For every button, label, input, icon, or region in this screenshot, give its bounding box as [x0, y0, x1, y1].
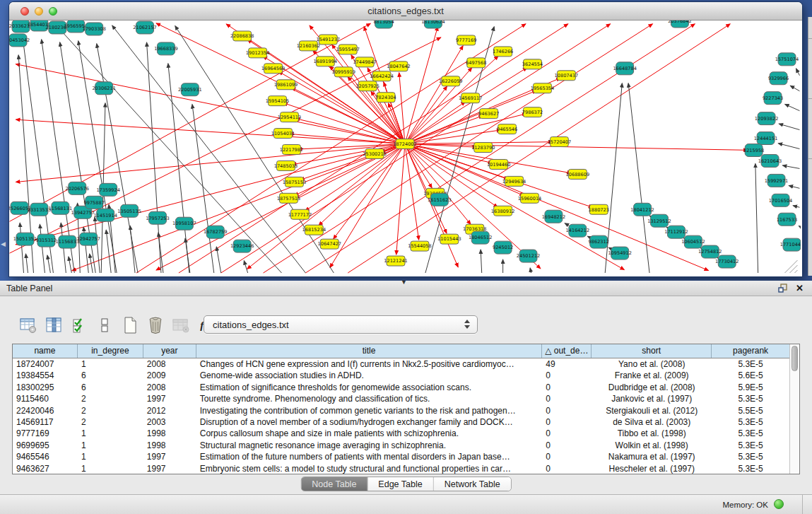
graph-node[interactable]: 12754812	[698, 245, 722, 258]
graph-node[interactable]: 12217987	[280, 145, 303, 155]
close-panel-icon[interactable]: ✕	[796, 283, 804, 293]
graph-node[interactable]: 15992971	[765, 174, 788, 187]
table-scrollbar[interactable]	[789, 344, 799, 474]
graph-node[interactable]: 16642424	[370, 71, 393, 81]
graph-node[interactable]: 20576842	[668, 21, 691, 28]
graph-node[interactable]: 11054031	[271, 129, 295, 139]
graph-node[interactable]: 16782759	[204, 226, 227, 238]
graph-node[interactable]: 19668339	[154, 42, 177, 55]
graph-node[interactable]: 8813054	[373, 21, 394, 28]
graph-node[interactable]: 12942757	[76, 233, 100, 245]
graph-node[interactable]: 3624554	[522, 59, 543, 69]
graph-node[interactable]: 15544058	[408, 241, 431, 251]
graph-node[interactable]: 17710443	[780, 238, 801, 251]
graph-node[interactable]: 17359924	[96, 183, 119, 196]
table-row[interactable]: 1456911722003Disruption of a novel membe…	[13, 416, 789, 428]
resize-grip-icon[interactable]	[785, 260, 798, 273]
show-columns-icon[interactable]	[44, 316, 63, 335]
graph-node[interactable]: 10647427	[318, 239, 341, 249]
float-panel-icon[interactable]	[778, 284, 788, 293]
graph-node[interactable]: 11283790	[471, 143, 495, 153]
graph-node[interactable]: 19861099	[274, 80, 298, 90]
graph-node[interactable]: 10688609	[566, 169, 589, 179]
graph-node[interactable]: 18757515	[277, 193, 300, 203]
graph-node[interactable]: 12057925	[355, 81, 379, 91]
graph-node[interactable]: 10604512	[681, 235, 705, 248]
graph-node[interactable]: 14569117	[459, 93, 482, 103]
graph-node[interactable]: 15491237	[317, 35, 340, 45]
graph-node[interactable]: 18724007	[393, 139, 416, 149]
clear-selection-icon[interactable]	[95, 316, 114, 335]
graph-node[interactable]: 15751074	[775, 53, 799, 66]
graph-node[interactable]: 9862312	[589, 235, 609, 248]
scrollbar-thumb[interactable]	[792, 346, 798, 371]
panel-collapse-arrow[interactable]: ◀	[1, 241, 6, 247]
memory-indicator-icon[interactable]	[774, 499, 784, 509]
graph-node[interactable]: 11777177	[288, 209, 312, 219]
graph-node[interactable]: 7986372	[522, 107, 543, 117]
tab-network-table[interactable]: Network Table	[434, 477, 511, 491]
graph-node[interactable]: 16948212	[542, 210, 565, 223]
tab-edge-table[interactable]: Edge Table	[367, 477, 433, 491]
graph-node[interactable]: 18041212	[630, 203, 654, 216]
graph-node[interactable]: 18130624	[421, 21, 445, 28]
graph-node[interactable]: 12444151	[754, 132, 777, 145]
table-row[interactable]: 911546021997Tourette syndrome. Phenomeno…	[13, 393, 789, 404]
graph-node[interactable]: 9245012	[493, 241, 513, 254]
graph-node[interactable]: 16380912	[491, 206, 514, 216]
table-row[interactable]: 946554611997Estimation of the future num…	[13, 451, 789, 462]
table-row[interactable]: 977716911998Corpus callosum shape and si…	[13, 428, 789, 439]
table-mode-icon[interactable]	[18, 316, 37, 335]
graph-node[interactable]: 16151623	[428, 193, 451, 206]
graph-node[interactable]: 7824304	[375, 93, 396, 103]
graph-node[interactable]: 1167533	[777, 213, 797, 226]
graph-node[interactable]: 13129512	[647, 214, 671, 227]
graph-node[interactable]: 11015443	[437, 234, 461, 244]
table-row[interactable]: 1872400712008Changes of HCN gene express…	[13, 358, 789, 370]
graph-node[interactable]: 12954113	[278, 112, 301, 122]
graph-node[interactable]: 17112912	[664, 226, 688, 238]
column-header-title[interactable]: title	[196, 344, 543, 358]
graph-node[interactable]: 16210643	[758, 154, 782, 167]
graph-node[interactable]: 16648784	[613, 62, 636, 75]
column-header-short[interactable]: short	[592, 344, 712, 358]
graph-node[interactable]: 16226059	[439, 76, 462, 86]
graph-node[interactable]: 23313533	[28, 203, 51, 216]
graph-node[interactable]: 15720407	[548, 137, 571, 147]
graph-node[interactable]: 19012354	[246, 48, 269, 58]
graph-node[interactable]: 9329966	[768, 72, 789, 85]
network-canvas[interactable]: 1872400722086838190123541696456919861099…	[9, 21, 801, 276]
graph-node[interactable]: 20453042	[9, 34, 30, 47]
splitter-handle-icon[interactable]: ▼	[401, 279, 407, 286]
graph-node[interactable]: 14164212	[566, 224, 589, 237]
table-row[interactable]: 1938455462009Genome-wide association stu…	[13, 370, 789, 381]
graph-node[interactable]: 9975887	[84, 196, 105, 209]
graph-node[interactable]: 10194460	[487, 159, 510, 169]
graph-node[interactable]: 22005931	[178, 83, 201, 96]
graph-node[interactable]: 15955497	[336, 45, 359, 54]
graph-node[interactable]: 11568131	[49, 201, 72, 214]
graph-node[interactable]: 16891994	[314, 57, 337, 66]
graph-node[interactable]: 20306211	[92, 82, 115, 95]
column-header-pagerank[interactable]: pagerank	[712, 344, 789, 358]
graph-node[interactable]: 12949634	[502, 176, 526, 186]
table-row[interactable]: 946362711997Embryonic stem cells: a mode…	[13, 463, 789, 474]
graph-node[interactable]: 12093822	[755, 112, 778, 125]
graph-node[interactable]: 10995919	[331, 67, 355, 77]
column-header-out_de[interactable]: △ out_de…	[542, 344, 592, 358]
graph-node[interactable]: 9463627	[478, 109, 499, 119]
graph-node[interactable]: 25300215	[363, 148, 386, 158]
select-all-icon[interactable]	[69, 316, 88, 335]
new-column-icon[interactable]	[120, 316, 139, 335]
graph-node[interactable]: 6497568	[466, 58, 486, 68]
graph-node[interactable]: 10807437	[555, 71, 578, 81]
graph-node[interactable]: 18046512	[469, 231, 492, 244]
graph-node[interactable]: 9777169	[456, 35, 476, 45]
graph-node[interactable]: 12923446	[230, 240, 254, 252]
table-row[interactable]: 2242004622012Investigating the contribut…	[13, 405, 789, 416]
graph-node[interactable]: 13505135	[117, 204, 141, 217]
graph-node[interactable]: 17485033	[274, 160, 298, 170]
graph-node[interactable]: 17730412	[715, 255, 739, 268]
delete-table-icon[interactable]	[171, 316, 190, 335]
graph-node[interactable]: 9465546	[497, 124, 517, 134]
